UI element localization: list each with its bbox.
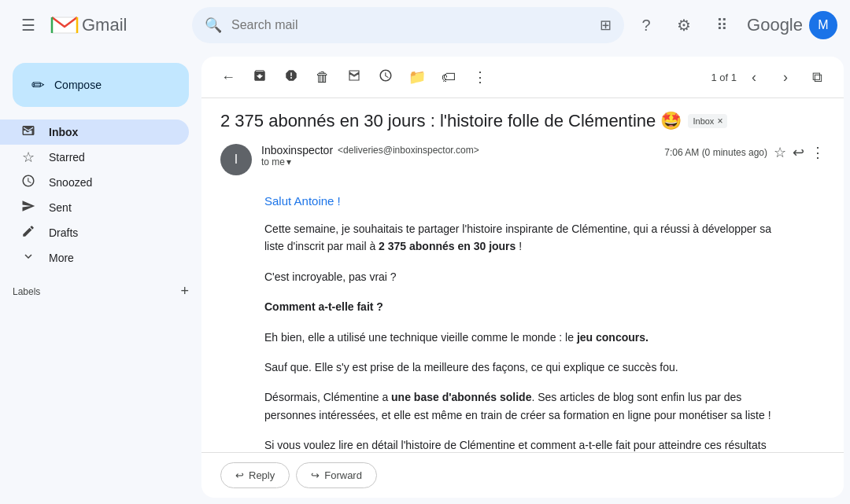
gmail-logo-icon — [50, 14, 79, 36]
next-email-button[interactable]: › — [771, 63, 800, 91]
gmail-logo-text: Gmail — [82, 15, 127, 35]
label-icon: 🏷 — [442, 69, 456, 86]
email-para-3: Comment a-t-elle fait ? — [264, 298, 781, 315]
subject-text: 2 375 abonnés en 30 jours : l'histoire f… — [220, 111, 682, 131]
email-para-6: Désormais, Clémentine a une base d'abonn… — [264, 388, 781, 424]
reply-toolbar: ↩ Reply ↪ Forward — [201, 452, 844, 498]
main-layout: ✏ Compose Inbox ☆ Starred Snoozed Sent — [0, 50, 850, 504]
draft-icon — [20, 224, 36, 242]
more-email-options-button[interactable]: ⋮ — [811, 144, 825, 161]
prev-email-button[interactable]: ‹ — [740, 63, 768, 91]
sidebar-item-inbox[interactable]: Inbox — [0, 120, 189, 145]
sidebar-item-drafts[interactable]: Drafts — [0, 220, 189, 245]
sender-info: Inboxinspector <deliveries@inboxinspecto… — [261, 144, 655, 167]
compose-button[interactable]: ✏ Compose — [13, 63, 189, 107]
star-icon: ☆ — [20, 149, 36, 166]
settings-button[interactable]: ⚙ — [668, 9, 700, 41]
add-label-button[interactable]: + — [180, 283, 189, 300]
move-to-button[interactable]: 📁 — [403, 63, 431, 91]
chevron-left-icon: ‹ — [752, 69, 756, 86]
inbox-icon — [20, 123, 36, 142]
sidebar-item-inbox-label: Inbox — [49, 126, 176, 138]
back-icon: ← — [221, 69, 235, 86]
archive-button[interactable] — [246, 63, 274, 91]
email-header: 2 375 abonnés en 30 jours : l'histoire f… — [201, 98, 844, 138]
reply-arrow-icon: ↩ — [235, 469, 244, 481]
expand-recipients-icon[interactable]: ▾ — [286, 156, 291, 167]
mark-unread-button[interactable] — [340, 63, 368, 91]
spam-icon — [284, 68, 298, 86]
menu-button[interactable]: ☰ — [13, 9, 44, 41]
reply-action-button[interactable]: ↩ Reply — [220, 462, 290, 488]
more-vertical-icon: ⋮ — [473, 68, 487, 86]
search-options-icon[interactable]: ⊞ — [600, 17, 612, 34]
reply-button-icon[interactable]: ↩ — [793, 144, 804, 161]
email-para-1: Cette semaine, je souhaitais te partager… — [264, 220, 781, 256]
para4-bold: jeu concours. — [577, 331, 649, 344]
sidebar-item-more-label: More — [49, 252, 176, 264]
email-body-inner: Salut Antoine ! Cette semaine, je souhai… — [264, 194, 781, 452]
topbar: ☰ Gmail 🔍 ⊞ ? ⚙ ⠿ Google M — [0, 0, 850, 50]
apps-button[interactable]: ⠿ — [706, 9, 737, 41]
labels-title: Labels — [13, 286, 40, 297]
more-options-button[interactable]: ⋮ — [466, 63, 494, 91]
para7-text: Si vous voulez lire en détail l'histoire… — [264, 439, 767, 452]
help-icon: ? — [641, 17, 650, 35]
search-input[interactable] — [231, 18, 590, 32]
sender-meta: 7:06 AM (0 minutes ago) ☆ ↩ ⋮ — [664, 144, 825, 161]
folder-icon: 📁 — [408, 68, 426, 86]
sender-email: <deliveries@inboxinspector.com> — [338, 145, 479, 156]
back-button[interactable]: ← — [214, 63, 242, 91]
avatar[interactable]: M — [809, 11, 837, 39]
email-para-4: Eh bien, elle a utilisé une technique vi… — [264, 329, 781, 346]
gear-icon: ⚙ — [677, 16, 691, 35]
clock-icon — [20, 174, 36, 192]
delete-button[interactable]: 🗑 — [309, 63, 337, 91]
para6-start: Désormais, Clémentine a — [264, 391, 391, 403]
snooze-button[interactable] — [371, 63, 400, 91]
sender-row: I Inboxinspector <deliveries@inboxinspec… — [201, 138, 844, 182]
sidebar-item-drafts-label: Drafts — [49, 226, 176, 239]
trash-icon: 🗑 — [316, 69, 330, 86]
snooze-icon — [379, 68, 393, 86]
report-spam-button[interactable] — [277, 63, 305, 91]
pagination-info: 1 of 1 — [711, 72, 737, 83]
sender-avatar: I — [220, 144, 252, 175]
star-button[interactable]: ☆ — [774, 144, 786, 161]
sidebar-item-starred[interactable]: ☆ Starred — [0, 145, 189, 170]
labels-section: Labels + — [0, 277, 201, 306]
split-view-button[interactable]: ⧉ — [803, 63, 831, 91]
hamburger-icon: ☰ — [21, 16, 35, 35]
email-body: Salut Antoine ! Cette semaine, je souhai… — [201, 182, 844, 452]
compose-label: Compose — [54, 79, 102, 91]
send-icon — [20, 199, 36, 217]
email-para-2: C'est incroyable, pas vrai ? — [264, 268, 781, 285]
inbox-badge-close[interactable]: × — [717, 116, 722, 127]
email-pane: ← 🗑 — [201, 57, 844, 498]
inbox-badge-label: Inbox — [693, 116, 714, 126]
forward-label: Forward — [324, 469, 362, 481]
gmail-logo: Gmail — [50, 14, 127, 36]
sidebar-item-snoozed[interactable]: Snoozed — [0, 170, 189, 195]
sender-to[interactable]: to me ▾ — [261, 156, 655, 167]
apps-icon: ⠿ — [716, 16, 728, 35]
para1-end: ! — [516, 240, 522, 252]
para4-text: Eh bien, elle a utilisé une technique vi… — [264, 331, 577, 344]
forward-action-button[interactable]: ↪ Forward — [296, 462, 377, 488]
topbar-right: ? ⚙ ⠿ Google M — [630, 9, 837, 41]
google-logo: Google — [747, 15, 803, 35]
topbar-left: ☰ Gmail — [13, 9, 186, 41]
split-icon: ⧉ — [812, 69, 822, 86]
help-button[interactable]: ? — [630, 9, 662, 41]
reply-label: Reply — [249, 469, 275, 481]
sender-name: Inboxinspector — [261, 144, 333, 156]
label-button[interactable]: 🏷 — [434, 63, 463, 91]
para6-bold: une base d'abonnés solide — [391, 391, 531, 403]
email-para-5: Sauf que. Elle s'y est prise de la meill… — [264, 359, 781, 376]
search-bar[interactable]: 🔍 ⊞ — [192, 7, 624, 43]
sidebar-item-sent[interactable]: Sent — [0, 195, 189, 220]
sidebar-item-more[interactable]: More — [0, 245, 189, 270]
sender-to-label: to me — [261, 156, 285, 167]
email-greeting: Salut Antoine ! — [264, 194, 781, 208]
mark-unread-icon — [347, 68, 361, 86]
